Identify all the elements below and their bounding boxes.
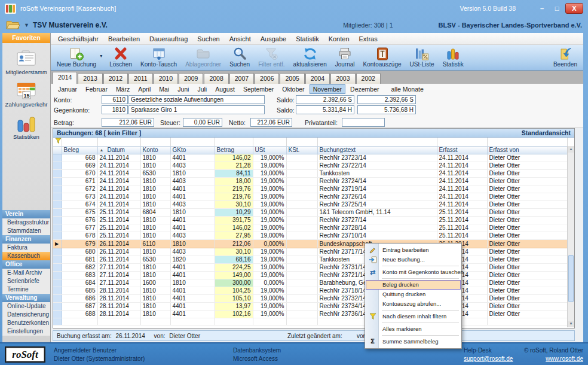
table-row[interactable]: 68528.11.201418104401104,2519,000%RechNr… [53, 287, 567, 295]
column-header-kst.[interactable]: KSt. [286, 147, 317, 154]
cell-datum[interactable]: 26.11.2014 [97, 240, 140, 248]
cell-datum[interactable]: 25.11.2014 [97, 232, 140, 240]
cell-erfasst[interactable]: 24.11.2014 [437, 178, 487, 185]
cell-buchungstext[interactable]: RechNr 23724/14 [317, 178, 437, 185]
context-menu-item-quittung-drucken[interactable]: Quittung drucken [366, 290, 461, 299]
table-row[interactable]: 67124.11.20141810440318,0019,000%RechNr … [53, 178, 567, 185]
cell-buchungstext[interactable]: RechNr 23726/14 [317, 193, 437, 201]
cell-betrag[interactable]: 27,95 [215, 232, 253, 240]
cell-kst[interactable] [286, 287, 317, 295]
cell-betrag[interactable]: 219,76 [215, 193, 253, 201]
cell-kst[interactable] [286, 178, 317, 185]
table-row[interactable]: 68828.11.201418104401102,1619,000%RechNr… [53, 311, 567, 318]
sidebar-item-beitragsstruktur[interactable]: Beitragsstruktur [2, 218, 50, 227]
cell-datum[interactable]: 26.11.2014 [97, 248, 140, 256]
cell-datum[interactable]: 27.11.2014 [97, 279, 140, 287]
cell-row-marker[interactable] [53, 303, 62, 311]
cell-betrag[interactable]: 146,02 [215, 224, 253, 232]
menu-suchen[interactable]: Suchen [192, 34, 224, 44]
cell-gkto[interactable]: 1810 [170, 279, 215, 287]
cell-row-marker[interactable] [53, 287, 62, 295]
cell-datum[interactable]: 25.11.2014 [97, 224, 140, 232]
sidebar-item-kassenbuch[interactable]: Kassenbuch [2, 252, 50, 260]
context-menu-item-alles-markieren[interactable]: Alles markieren [366, 324, 461, 334]
cell-erfasst-von[interactable]: Dieter Otter [487, 217, 567, 224]
cell-ust[interactable]: 19,000% [253, 287, 286, 295]
context-menu-item-eintrag-bearbeiten[interactable]: Eintrag bearbeiten [366, 245, 461, 255]
cell-beleg[interactable]: 669 [62, 162, 97, 170]
cell-ust[interactable]: 19,000% [253, 224, 286, 232]
sidebar-item-einstellungen[interactable]: Einstellungen [2, 327, 50, 336]
cell-erfasst[interactable]: 25.11.2014 [437, 217, 487, 224]
cell-kst[interactable] [286, 311, 317, 318]
cell-betrag[interactable]: 30,10 [215, 201, 253, 209]
cell-row-marker[interactable] [53, 279, 62, 287]
cell-buchungstext[interactable]: 1&1 Telecom GmbH, 11.14 [317, 209, 437, 217]
cell-row-marker[interactable] [53, 209, 62, 217]
cell-gkto[interactable]: 4401 [170, 217, 215, 224]
cell-ust[interactable]: 19,000% [253, 193, 286, 201]
column-header-betrag[interactable]: Betrag [215, 147, 253, 154]
cell-kst[interactable] [286, 279, 317, 287]
cell-konto[interactable]: 6110 [140, 240, 170, 248]
filter-cell[interactable] [487, 138, 567, 147]
month-tab-april[interactable]: April [134, 84, 154, 94]
toolbar-aktualisieren[interactable]: aktualisieren [293, 46, 327, 68]
table-filter-row[interactable] [53, 138, 567, 147]
cell-ust[interactable]: 19,000% [253, 256, 286, 264]
context-menu-item-nach-diesem-inhalt-filtern[interactable]: Nach diesem Inhalt filtern [366, 312, 461, 321]
close-button[interactable]: X [565, 3, 583, 14]
column-header-erfasst-von[interactable]: Erfasst von [487, 147, 567, 154]
cell-buchungstext[interactable]: RechNr 23723/14 [317, 154, 437, 162]
cell-ust[interactable]: 19,000% [253, 178, 286, 185]
cell-ust[interactable]: 19,000% [253, 185, 286, 193]
cell-datum[interactable]: 24.11.2014 [97, 201, 140, 209]
month-tab-juni[interactable]: Juni [174, 84, 192, 94]
vertical-scrollbar[interactable]: ▲ ▼ [567, 146, 574, 327]
cell-datum[interactable]: 26.11.2014 [97, 256, 140, 264]
cell-row-marker[interactable] [53, 272, 62, 279]
cell-datum[interactable]: 24.11.2014 [97, 185, 140, 193]
month-tab-august[interactable]: August [212, 84, 238, 94]
cell-datum[interactable]: 24.11.2014 [97, 178, 140, 185]
context-menu-item-summe-sammelbeleg[interactable]: ΣSumme Sammelbeleg [366, 337, 461, 346]
cell-betrag[interactable]: 18,00 [215, 178, 253, 185]
cell-konto[interactable]: 1810 [140, 224, 170, 232]
netto-field[interactable] [250, 118, 292, 127]
cell-erfasst[interactable]: 25.11.2014 [437, 209, 487, 217]
toolbar-löschen[interactable]: Löschen [109, 46, 132, 68]
cell-ust[interactable]: 19,000% [253, 154, 286, 162]
menu-bearbeiten[interactable]: Bearbeiten [103, 34, 145, 44]
cell-erfasst[interactable]: 24.11.2014 [437, 193, 487, 201]
cell-konto[interactable]: 6530 [140, 256, 170, 264]
toolbar-kontoauszüge[interactable]: Kontoauszüge [363, 46, 402, 68]
cell-konto[interactable]: 1810 [140, 185, 170, 193]
view-name[interactable]: Standardansicht [522, 129, 571, 136]
gegenkonto-name-field[interactable] [128, 105, 265, 114]
cell-gkto[interactable]: 4401 [170, 185, 215, 193]
cell-beleg[interactable]: 687 [62, 303, 97, 311]
table-row[interactable]: 68628.11.201418104401105,1019,000%RechNr… [53, 295, 567, 303]
cell-betrag[interactable]: 102,16 [215, 311, 253, 318]
toolbar-neue-buchung[interactable]: Neue Buchung [57, 46, 96, 68]
cell-betrag[interactable]: 300,00 [215, 279, 253, 287]
sidebar-favorite-statistiken[interactable]: Statistiken [2, 114, 50, 140]
cell-ust[interactable]: 19,000% [253, 264, 286, 272]
year-tab-2003[interactable]: 2003 [330, 73, 355, 84]
table-row[interactable]: 68327.11.201418104401149,0019,000%RechNr… [53, 272, 567, 279]
year-tab-2010[interactable]: 2010 [154, 73, 178, 84]
cell-buchungstext[interactable]: RechNr 23722/14 [317, 162, 437, 170]
cell-ust[interactable]: 0,000% [253, 240, 286, 248]
cell-betrag[interactable]: 105,10 [215, 295, 253, 303]
cell-erfasst-von[interactable]: Dieter Otter [487, 264, 567, 272]
cell-konto[interactable]: 1600 [140, 279, 170, 287]
column-header-ust[interactable]: USt [253, 147, 286, 154]
cell-buchungstext[interactable]: RechNr 23728/14 [317, 224, 437, 232]
cell-row-marker[interactable] [53, 217, 62, 224]
cell-konto[interactable]: 1810 [140, 162, 170, 170]
column-header-konto[interactable]: Konto [140, 147, 170, 154]
table-row[interactable]: 68227.11.201418104401224,2519,000%RechNr… [53, 264, 567, 272]
cell-erfasst-von[interactable]: Dieter Otter [487, 185, 567, 193]
cell-erfasst-von[interactable]: Dieter Otter [487, 272, 567, 279]
filter-cell[interactable] [62, 138, 97, 147]
